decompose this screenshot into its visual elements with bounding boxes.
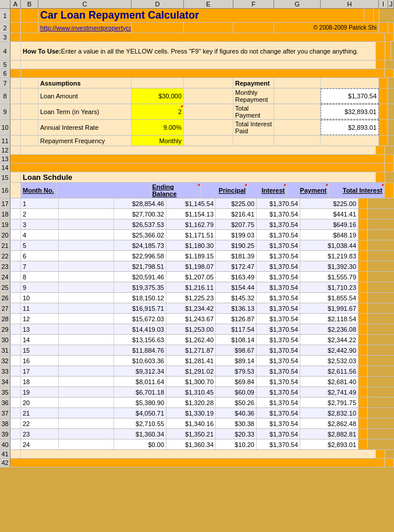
corner-cell: [0, 0, 10, 8]
cell-28i: [358, 314, 368, 324]
cell-13: [10, 155, 385, 163]
month-no-24: 24: [21, 439, 59, 449]
col-total-interest: Total Interest: [329, 183, 385, 198]
loan-amount-value[interactable]: $30,000: [132, 88, 184, 104]
cell-35c: [59, 387, 114, 397]
schedule-rows: 17 1 $28,854.46 $1,145.54 $225.00 $1,370…: [0, 198, 394, 450]
cell-10i: [379, 120, 388, 135]
interest-22: $30.38: [216, 418, 257, 428]
frequency-value[interactable]: Monthly: [132, 136, 184, 146]
cell-9b: [21, 104, 38, 119]
interest-rate-value[interactable]: 9.00%: [132, 120, 184, 135]
col-interest: Interest: [248, 183, 287, 198]
rownum-5: 5: [0, 61, 10, 69]
rownum-33: 33: [0, 366, 10, 376]
cell-18i: [358, 209, 368, 219]
month-no-6: 6: [21, 251, 59, 261]
cell-1b: [21, 9, 38, 22]
website-link[interactable]: http://www.investmentpropertycalculator.…: [38, 23, 132, 33]
row-4: 4 How To Use: Enter a value in all the Y…: [0, 42, 394, 61]
cell-9g: [274, 104, 321, 119]
ending-balance-20: $5,380.90: [114, 398, 166, 407]
cell-32c: [59, 356, 114, 366]
loan-term-value[interactable]: 2: [132, 104, 184, 119]
principal-8: $1,207.05: [166, 272, 216, 282]
principal-5: $1,180.30: [166, 240, 216, 250]
rownum-18: 18: [0, 209, 10, 219]
col-principal: Principal: [201, 183, 248, 198]
payment-19: $1,370.54: [257, 387, 300, 397]
cell-41a: [10, 450, 21, 458]
payment-7: $1,370.54: [257, 261, 300, 271]
payment-21: $1,370.54: [257, 408, 300, 418]
cell-19c: [59, 219, 114, 229]
cell-42i: [385, 459, 394, 467]
rownum-4: 4: [0, 42, 10, 60]
interest-20: $50.26: [216, 398, 257, 407]
rownum-22: 22: [0, 251, 10, 261]
cell-29c: [59, 324, 114, 334]
row-38: 38 22 $2,710.55 $1,340.16 $30.38 $1,370.…: [0, 418, 394, 429]
ending-balance-1: $28,854.46: [114, 198, 166, 208]
rownum-32: 32: [0, 356, 10, 366]
rownum-17: 17: [0, 198, 10, 208]
row-9: 9 Loan Term (in Years) 2 Total Payment $…: [0, 104, 394, 120]
principal-4: $1,171.51: [166, 230, 216, 240]
row-24: 24 8 $20,591.46 $1,207.05 $163.49 $1,370…: [0, 272, 394, 282]
month-no-18: 18: [21, 377, 59, 386]
rownum-8: 8: [0, 88, 10, 104]
cell-42: [10, 459, 385, 467]
total-payment-value: $32,893.01: [321, 104, 379, 119]
interest-17: $79.53: [216, 366, 257, 376]
interest-7: $172.47: [216, 261, 257, 271]
interest-4: $199.03: [216, 230, 257, 240]
rownum-39: 39: [0, 429, 10, 439]
month-no-2: 2: [21, 209, 59, 219]
rownum-14: 14: [0, 164, 10, 172]
row-13: 13: [0, 155, 394, 164]
ending-balance-12: $15,672.03: [114, 314, 166, 324]
col-payment: Payment: [287, 183, 329, 198]
red-triangle-9: [180, 105, 183, 107]
rownum-19: 19: [0, 219, 10, 229]
cell-7d: [132, 78, 184, 88]
row-31: 31 15 $11,884.76 $1,271.87 $98.67 $1,370…: [0, 345, 394, 356]
cell-38a: [10, 418, 21, 428]
total-payment-label: Total Payment: [233, 104, 274, 119]
cell-35i: [358, 387, 368, 397]
payment-12: $1,370.54: [257, 314, 300, 324]
interest-8: $163.49: [216, 272, 257, 282]
row-1: 1 Car Loan Repayment Calculator: [0, 9, 394, 23]
rownum-29: 29: [0, 324, 10, 334]
month-no-13: 13: [21, 324, 59, 334]
month-no-15: 15: [21, 345, 59, 355]
rownum-28: 28: [0, 314, 10, 324]
row-27: 27 11 $16,915.71 $1,234.42 $136.13 $1,37…: [0, 303, 394, 314]
ending-balance-22: $2,710.55: [114, 418, 166, 428]
cell-25a: [10, 282, 21, 292]
principal-1: $1,145.54: [166, 198, 216, 208]
principal-11: $1,234.42: [166, 303, 216, 313]
loan-term-number: 2: [178, 108, 182, 115]
interest-18: $69.84: [216, 377, 257, 386]
red-triangle-16g: [381, 183, 384, 186]
cell-9e: [184, 104, 233, 119]
payment-3: $1,370.54: [257, 219, 300, 229]
row-41: 41: [0, 450, 394, 459]
payment-16: $1,370.54: [257, 356, 300, 366]
total-interest-20: $2,791.75: [300, 398, 358, 407]
cell-11e: [184, 136, 233, 146]
total-interest-9: $1,710.23: [300, 282, 358, 292]
cell-21c: [59, 240, 114, 250]
row-39: 39 23 $1,360.34 $1,350.21 $20.33 $1,370.…: [0, 429, 394, 439]
payment-4: $1,370.54: [257, 230, 300, 240]
payment-22: $1,370.54: [257, 418, 300, 428]
row-19: 19 3 $26,537.53 $1,162.79 $207.75 $1,370…: [0, 219, 394, 230]
principal-19: $1,310.45: [166, 387, 216, 397]
red-triangle-16e: [283, 183, 286, 186]
month-no-14: 14: [21, 335, 59, 345]
cell-22i: [358, 251, 368, 261]
col-header-i: I: [379, 0, 388, 8]
month-no-5: 5: [21, 240, 59, 250]
total-interest-18: $2,681.40: [300, 377, 358, 386]
